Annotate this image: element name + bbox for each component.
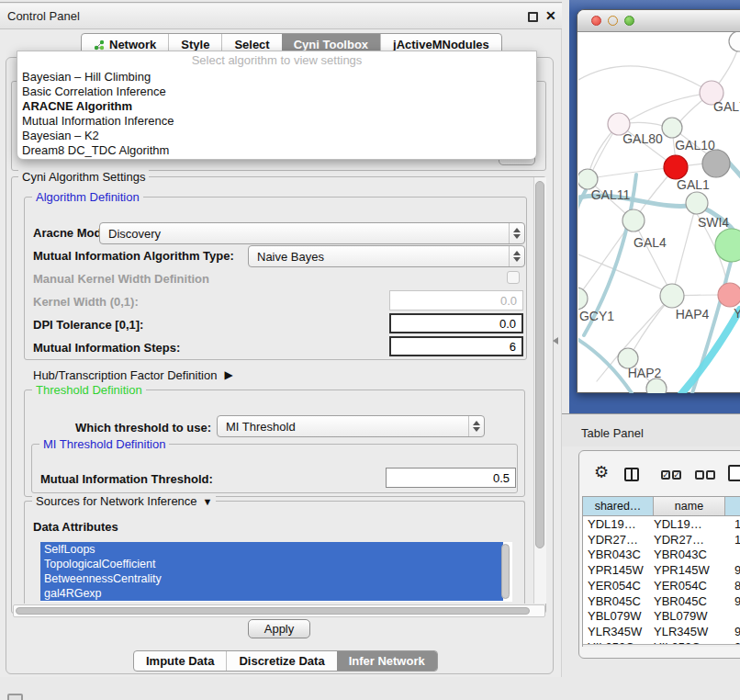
- table-row[interactable]: YDL19…YDL19…13: [583, 516, 740, 532]
- window-zoom-button[interactable]: [624, 16, 634, 26]
- network-edge[interactable]: [578, 66, 712, 93]
- mi-type-value: Naive Bayes: [257, 250, 324, 264]
- network-node[interactable]: [622, 209, 645, 231]
- dropdown-item[interactable]: Dream8 DC_TDC Algorithm: [17, 143, 536, 158]
- table-hscrollbar-track[interactable]: [583, 644, 740, 647]
- control-panel-titlebar[interactable]: Control Panel ✕: [0, 4, 562, 29]
- dpi-tolerance-field[interactable]: [389, 313, 523, 333]
- hub-definition-expander[interactable]: Hub/Transcription Factor Definition ▶: [33, 367, 233, 382]
- mi-steps-label: Mutual Information Steps:: [33, 341, 180, 355]
- network-node[interactable]: [729, 32, 740, 51]
- table-row[interactable]: YPR145WYPR145W9.: [583, 562, 740, 578]
- network-node[interactable]: [686, 192, 708, 214]
- dropdown-prompt: Select algorithm to view settings: [17, 51, 536, 70]
- manual-kernel-checkbox[interactable]: [507, 271, 520, 284]
- list-scrollbar[interactable]: [501, 544, 510, 599]
- network-node[interactable]: [646, 378, 667, 393]
- network-window: GAL7GAL80GAL10GAL1GAL11SWI4GAL4HAP4YGCY1…: [577, 9, 740, 393]
- data-attributes-list[interactable]: SelfLoops TopologicalCoefficient Between…: [40, 542, 512, 602]
- cell-value: 8.: [734, 579, 740, 593]
- data-attributes-label: Data Attributes: [33, 520, 118, 534]
- network-edge[interactable]: [672, 212, 694, 296]
- which-threshold-combobox[interactable]: MI Threshold: [217, 415, 485, 437]
- columns-icon[interactable]: [624, 468, 639, 481]
- settings-hscrollbar-thumb[interactable]: [16, 607, 530, 615]
- checkbox-checked-icon[interactable]: ✓: [661, 470, 670, 480]
- network-node[interactable]: [578, 288, 588, 310]
- network-node-label: HAP4: [676, 307, 710, 322]
- kernel-width-label: Kernel Width (0,1):: [33, 295, 139, 309]
- network-edge[interactable]: [578, 253, 668, 292]
- network-edge[interactable]: [629, 93, 712, 120]
- cell-shared-name: YPR145W: [583, 563, 654, 577]
- float-window-icon[interactable]: [528, 12, 538, 22]
- dropdown-item[interactable]: Mutual Information Inference: [17, 114, 536, 129]
- network-node[interactable]: [660, 284, 684, 308]
- tab-style-label: Style: [181, 38, 209, 51]
- document-icon[interactable]: [728, 465, 740, 481]
- list-item[interactable]: gal4RGexp: [40, 586, 503, 601]
- table-row[interactable]: YER054CYER054C8.: [583, 578, 740, 593]
- table-row[interactable]: YDR27…YDR27…12: [583, 532, 740, 548]
- network-edge[interactable]: [681, 310, 740, 393]
- close-icon[interactable]: ✕: [545, 8, 556, 23]
- apply-button[interactable]: Apply: [248, 619, 310, 638]
- mi-threshold-field[interactable]: [386, 468, 516, 488]
- network-edge[interactable]: [578, 190, 586, 220]
- list-item[interactable]: SelfLoops: [40, 542, 503, 557]
- network-edge[interactable]: [578, 227, 628, 299]
- column-header-partial[interactable]: [725, 497, 740, 515]
- list-item[interactable]: BetweennessCentrality: [40, 571, 503, 586]
- tab-discretize-data-label: Discretize Data: [239, 654, 324, 668]
- network-node[interactable]: [664, 155, 688, 179]
- list-item[interactable]: TopologicalCoefficient: [40, 557, 503, 571]
- column-header-shared-name[interactable]: shared…: [583, 497, 654, 515]
- network-node[interactable]: [662, 118, 682, 138]
- network-node[interactable]: [702, 150, 730, 177]
- cyni-bottom-tabs: Impute Data Discretize Data Infer Networ…: [133, 650, 438, 672]
- dropdown-item-selected[interactable]: ARACNE Algorithm: [17, 99, 536, 114]
- settings-vscrollbar-thumb[interactable]: [535, 181, 544, 548]
- algorithm-dropdown-popup: Select algorithm to view settings Bayesi…: [17, 51, 537, 160]
- gear-icon[interactable]: ⚙: [594, 464, 609, 480]
- tab-infer-network-label: Infer Network: [349, 654, 425, 668]
- column-header-name[interactable]: name: [654, 497, 725, 515]
- kernel-width-field[interactable]: [389, 290, 523, 310]
- table-row[interactable]: YBR045CYBR045C9.: [583, 593, 740, 609]
- aracne-mode-combobox[interactable]: Discovery: [99, 222, 525, 244]
- table-row[interactable]: YLR345WYLR345W9.: [583, 624, 740, 639]
- panel-divider-arrow-icon[interactable]: [553, 337, 558, 344]
- network-node-label: GAL4: [633, 235, 667, 250]
- network-node[interactable]: [578, 169, 598, 189]
- window-close-button[interactable]: [591, 16, 601, 26]
- table-row[interactable]: YBL079WYBL079W: [583, 609, 740, 625]
- cell-name: YBR045C: [654, 594, 734, 608]
- dropdown-item[interactable]: Basic Correlation Inference: [17, 85, 536, 99]
- tab-discretize-data[interactable]: Discretize Data: [226, 651, 336, 671]
- table-panel-bar: Table Panel: [562, 413, 740, 446]
- cell-shared-name: YER054C: [583, 579, 654, 593]
- mi-type-combobox[interactable]: Naive Bayes: [248, 245, 525, 267]
- network-view[interactable]: GAL7GAL80GAL10GAL1GAL11SWI4GAL4HAP4YGCY1…: [578, 32, 740, 393]
- minimized-panel-button[interactable]: [7, 694, 23, 700]
- tab-impute-data[interactable]: Impute Data: [134, 651, 226, 671]
- sources-title-row[interactable]: Sources for Network Inference ▼: [32, 494, 216, 508]
- cell-name: YDL19…: [654, 517, 734, 531]
- tab-infer-network[interactable]: Infer Network: [337, 651, 437, 671]
- mi-steps-field[interactable]: [389, 336, 523, 356]
- which-threshold-label: Which threshold to use:: [75, 421, 211, 435]
- check-glyph: ✓: [673, 471, 680, 480]
- sources-title: Sources for Network Inference: [36, 494, 197, 508]
- dropdown-item[interactable]: Bayesian – Hill Climbing: [17, 70, 536, 85]
- network-window-titlebar[interactable]: [577, 10, 740, 32]
- cell-value: 9.: [734, 563, 740, 577]
- table-row[interactable]: YBR043CYBR043C: [583, 548, 740, 563]
- cell-name: YPR145W: [654, 563, 734, 577]
- checkbox-checked-icon[interactable]: ✓: [672, 470, 681, 480]
- checkbox-unchecked-icon[interactable]: [706, 470, 715, 480]
- dropdown-item[interactable]: Bayesian – K2: [17, 129, 536, 143]
- window-minimize-button[interactable]: [608, 16, 618, 26]
- which-threshold-value: MI Threshold: [226, 420, 296, 434]
- checkbox-unchecked-icon[interactable]: [695, 470, 704, 480]
- network-node[interactable]: [718, 283, 740, 307]
